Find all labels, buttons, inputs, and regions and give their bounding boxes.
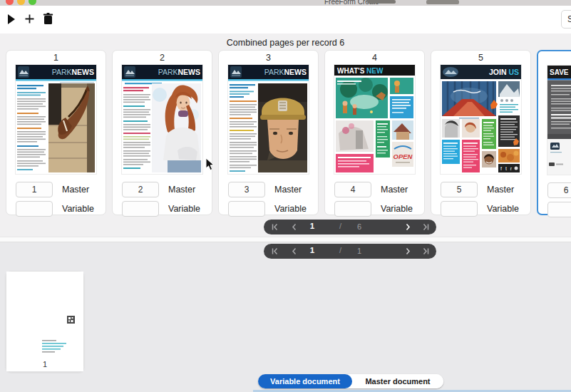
minimize-button[interactable] bbox=[17, 0, 25, 5]
variable-label: Variable bbox=[168, 204, 200, 214]
record-card-6-selected[interactable]: 6 SAVE Master Variable bbox=[537, 50, 571, 215]
variable-label: Variable bbox=[62, 204, 94, 214]
next-page-button[interactable] bbox=[405, 247, 413, 255]
card-number: 1 bbox=[6, 53, 106, 63]
variable-document-section: 1 / 1 1 Variable document Master documen… bbox=[0, 242, 571, 392]
card-number: 6 bbox=[538, 53, 571, 63]
master-page-input[interactable] bbox=[122, 182, 159, 197]
last-page-button[interactable] bbox=[422, 223, 431, 231]
master-page-input[interactable] bbox=[441, 182, 478, 197]
svg-text:PARKNEWS: PARKNEWS bbox=[52, 68, 94, 76]
current-page-number: 1 bbox=[304, 222, 321, 230]
combined-pages-header: Combined pages per record 6 bbox=[0, 38, 571, 48]
master-label: Master bbox=[274, 185, 302, 195]
first-page-button[interactable] bbox=[271, 223, 279, 231]
record-card-5[interactable]: 5 JOIN US bbox=[431, 50, 531, 215]
total-pages: 6 bbox=[352, 222, 366, 231]
svg-text:PARKNEWS: PARKNEWS bbox=[158, 68, 200, 76]
page-thumbnail-parknews-fireman: PARKNEWS bbox=[228, 65, 309, 174]
master-page-input[interactable] bbox=[228, 182, 265, 197]
combined-pagination-bar: 1 / 6 bbox=[264, 220, 436, 234]
master-page-input[interactable] bbox=[16, 182, 53, 197]
variable-page-input[interactable] bbox=[547, 202, 571, 217]
plus-icon bbox=[24, 14, 35, 24]
freeform-create-window: FreeForm Create S Combined pages per rec… bbox=[0, 0, 571, 392]
current-page-number: 1 bbox=[304, 246, 321, 254]
master-document-tab[interactable]: Master document bbox=[352, 374, 443, 388]
previous-page-button[interactable] bbox=[291, 247, 299, 255]
variable-page-input[interactable] bbox=[334, 201, 371, 217]
page-thumbnail-parknews-woman: PARKNEWS bbox=[122, 65, 202, 174]
master-page-input[interactable] bbox=[334, 182, 371, 197]
card-number: 5 bbox=[431, 53, 530, 63]
toolbar: S bbox=[0, 6, 571, 34]
previous-page-button[interactable] bbox=[291, 223, 299, 231]
section-divider bbox=[0, 237, 571, 242]
delete-button[interactable] bbox=[41, 13, 55, 27]
svg-text:OPEN: OPEN bbox=[393, 153, 413, 160]
partial-right-button[interactable]: S bbox=[561, 10, 571, 29]
combined-pages-section: Combined pages per record 6 1 PARKNEWS bbox=[0, 33, 571, 237]
play-icon bbox=[6, 14, 16, 25]
variable-label: Variable bbox=[487, 204, 519, 214]
card-number: 3 bbox=[219, 53, 318, 63]
close-button[interactable] bbox=[6, 0, 14, 5]
variable-label: Variable bbox=[381, 204, 413, 214]
document-switcher: Variable document Master document bbox=[258, 374, 443, 388]
record-card-2[interactable]: 2 PARKNEWS bbox=[112, 50, 212, 215]
last-page-button[interactable] bbox=[422, 247, 431, 255]
record-card-1[interactable]: 1 PARKNEWS bbox=[6, 50, 106, 215]
first-page-button[interactable] bbox=[271, 247, 279, 255]
variable-page-input[interactable] bbox=[16, 201, 53, 217]
background-window-fragment bbox=[367, 0, 396, 4]
svg-text:SAVE: SAVE bbox=[550, 68, 569, 76]
page-separator: / bbox=[339, 222, 341, 230]
play-button[interactable] bbox=[4, 13, 19, 27]
card-number: 2 bbox=[113, 53, 212, 63]
add-button[interactable] bbox=[22, 13, 36, 27]
master-label: Master bbox=[168, 185, 195, 195]
master-label: Master bbox=[62, 185, 89, 195]
variable-document-tab[interactable]: Variable document bbox=[258, 374, 352, 388]
variable-page-number: 1 bbox=[6, 360, 83, 368]
page-thumbnail-parknews-horse: PARKNEWS bbox=[16, 65, 96, 174]
card-number: 4 bbox=[325, 53, 424, 63]
variable-page-thumbnail[interactable]: 1 bbox=[6, 271, 84, 372]
variable-page-preview bbox=[6, 272, 83, 371]
svg-text:WHAT'S NEW: WHAT'S NEW bbox=[337, 67, 384, 75]
mouse-cursor bbox=[205, 158, 215, 172]
master-label: Master bbox=[487, 185, 514, 195]
variable-page-input[interactable] bbox=[228, 201, 265, 217]
master-page-input[interactable] bbox=[547, 182, 571, 198]
total-pages: 1 bbox=[352, 247, 366, 255]
zoom-window-button[interactable] bbox=[29, 0, 36, 5]
page-separator: / bbox=[339, 246, 341, 254]
next-page-button[interactable] bbox=[405, 223, 413, 231]
background-window-fragment bbox=[426, 0, 459, 4]
page-thumbnail-save: SAVE bbox=[547, 66, 571, 175]
variable-pagination-bar: 1 / 1 bbox=[264, 244, 436, 259]
variable-label: Variable bbox=[274, 204, 307, 214]
trash-icon bbox=[43, 13, 53, 25]
svg-text:f t r: f t r bbox=[500, 166, 513, 171]
page-thumbnail-join-us: JOIN US bbox=[441, 65, 521, 174]
record-card-3[interactable]: 3 PARKNEWS bbox=[218, 50, 319, 215]
svg-text:JOIN US: JOIN US bbox=[489, 68, 519, 76]
page-thumbnail-whats-new: WHAT'S NEW bbox=[334, 65, 415, 174]
variable-page-input[interactable] bbox=[441, 201, 478, 217]
svg-text:PARKNEWS: PARKNEWS bbox=[264, 68, 307, 76]
record-card-4[interactable]: 4 WHAT'S NEW bbox=[324, 50, 425, 215]
variable-page-input[interactable] bbox=[122, 201, 159, 217]
master-label: Master bbox=[381, 185, 408, 195]
